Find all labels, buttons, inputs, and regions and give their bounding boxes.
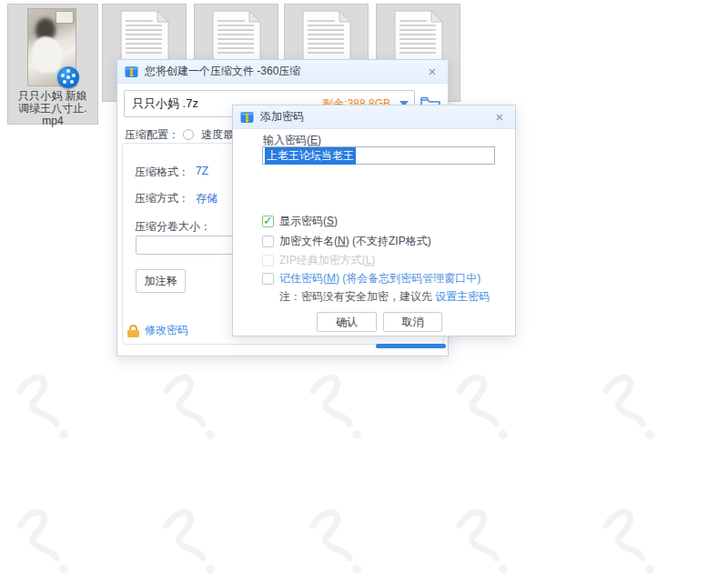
desktop-file-video[interactable]: 只只小妈 新娘 调绿王八寸止. mp4 [7,4,98,125]
checkbox-zip-classic [262,255,274,266]
close-icon[interactable]: × [424,64,440,80]
watermark-mark [452,506,516,582]
watermark-mark [306,506,369,582]
checkbox-label-remember-password: 记住密码(M) (将会备忘到密码管理窗口中) [279,271,480,286]
document-icon [392,10,445,61]
dialog-title: 添加密码 [260,109,304,125]
cancel-button[interactable]: 取消 [383,312,442,332]
document-icon [118,10,171,61]
dialog-title: 您将创建一个压缩文件 -360压缩 [145,64,300,79]
watermark-mark [306,371,369,447]
watermark-mark [13,371,76,447]
document-icon [300,10,353,61]
password-security-note: 注：密码没有安全加密，建议先 设置主密码 [279,289,490,305]
format-value[interactable]: 7Z [196,165,208,180]
video-player-badge-icon [57,66,79,88]
watermark-mark [159,506,223,582]
checkbox-label-encrypt-filenames: 加密文件名(N) (不支持ZIP格式) [279,234,431,249]
checkbox-row-show-password[interactable]: ✓ 显示密码(S) [262,214,338,228]
volume-size-label: 压缩分卷大小： [135,219,211,235]
method-label: 压缩方式： [135,191,196,206]
360zip-archive-icon [125,65,138,78]
add-password-dialog: 添加密码 × 输入密码(E) 上老王论坛当老王 ✓ 显示密码(S) 加密文件名(… [232,105,516,336]
set-master-password-link[interactable]: 设置主密码 [435,290,490,303]
watermark-mark [159,371,223,447]
video-file-label: 只只小妈 新娘 调绿王八寸止. mp4 [8,89,97,127]
checkbox-label-show-password: 显示密码(S) [279,214,338,229]
compress-now-button-edge[interactable] [376,344,446,348]
watermark-mark [599,371,662,447]
watermark-mark [599,506,662,582]
method-value[interactable]: 存储 [196,191,217,206]
checkbox-show-password[interactable]: ✓ [262,216,274,227]
add-comment-button[interactable]: 加注释 [136,269,186,293]
note-text: 注：密码没有安全加密，建议先 [279,290,435,303]
check-icon: ✓ [263,214,273,227]
checkbox-row-encrypt-filenames[interactable]: 加密文件名(N) (不支持ZIP格式) [262,234,431,248]
checkbox-label-zip-classic: ZIP经典加密方式(L) [279,253,375,268]
checkbox-encrypt-filenames[interactable] [262,236,274,247]
lock-icon [127,325,139,337]
360zip-archive-icon [240,110,254,124]
document-icon [210,10,263,61]
compress-config-label: 压缩配置： [125,127,183,143]
format-label: 压缩格式： [135,165,196,180]
watermark-mark [13,506,76,582]
create-archive-titlebar: 您将创建一个压缩文件 -360压缩 × [117,60,448,84]
password-input[interactable]: 上老王论坛当老王 [262,146,495,165]
checkbox-row-zip-classic: ZIP经典加密方式(L) [262,253,375,267]
confirm-button[interactable]: 确认 [317,312,377,332]
checkbox-remember-password[interactable] [262,273,274,285]
speed-radio-button[interactable] [183,129,194,140]
add-password-titlebar: 添加密码 × [233,105,515,129]
close-icon[interactable]: × [491,109,508,125]
checkbox-row-remember-password[interactable]: 记住密码(M) (将会备忘到密码管理窗口中) [262,271,480,286]
archive-filename-value: 只只小妈 .7z [132,95,198,112]
watermark-mark [452,371,516,447]
password-selected-text: 上老王论坛当老王 [265,147,356,165]
change-password-link[interactable]: 修改密码 [145,323,188,338]
